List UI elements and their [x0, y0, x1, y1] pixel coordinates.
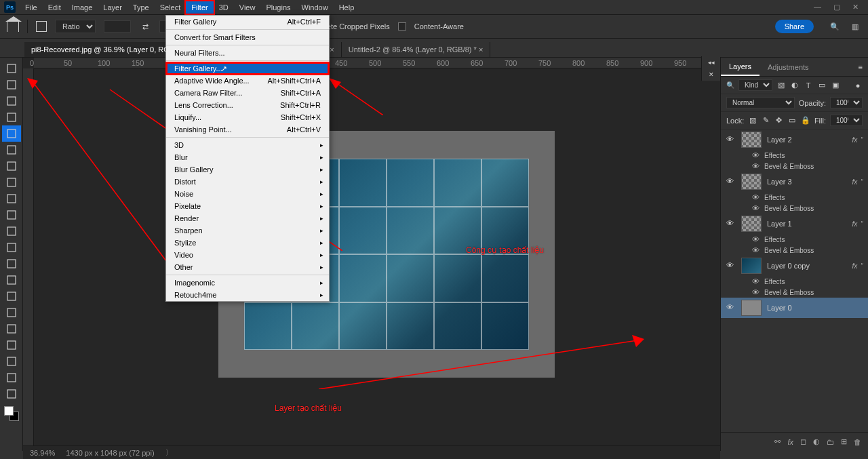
dodge-tool[interactable]	[2, 288, 21, 304]
filter-shape-icon[interactable]: ▭	[817, 81, 827, 90]
ratio-w-input[interactable]	[104, 20, 131, 33]
brush-tool[interactable]	[2, 191, 21, 207]
layer-row[interactable]: 👁Layer 1fx ˅	[721, 214, 868, 234]
layer-effect[interactable]: 👁Bevel & Emboss	[721, 161, 868, 172]
lasso-tool[interactable]	[2, 93, 21, 109]
filter-menu-item[interactable]: Distort	[166, 176, 329, 188]
layer-effect[interactable]: 👁Bevel & Emboss	[721, 287, 868, 298]
lock-position-icon[interactable]: ✥	[774, 116, 783, 125]
group-icon[interactable]: 🗀	[827, 438, 834, 446]
menu-3d[interactable]: 3D	[214, 1, 234, 14]
filter-menu-item[interactable]: Render	[166, 212, 329, 224]
color-swatch[interactable]	[4, 406, 19, 421]
history-tool[interactable]	[2, 223, 21, 239]
crop-tool[interactable]	[2, 125, 21, 142]
layer-effect[interactable]: 👁Bevel & Emboss	[721, 245, 868, 256]
crop-tool-icon[interactable]	[36, 21, 47, 32]
pen-tool[interactable]	[2, 304, 21, 321]
ratio-select[interactable]: Ratio	[55, 20, 96, 33]
filter-adjust-icon[interactable]: ◐	[790, 81, 800, 90]
filter-menu-item[interactable]: 3D	[166, 139, 329, 151]
menu-file[interactable]: File	[20, 1, 43, 14]
panel-menu-icon[interactable]: ≡	[859, 63, 868, 71]
layer-fx-icon[interactable]: fx	[787, 438, 793, 446]
layer-thumbnail[interactable]	[741, 174, 762, 190]
filter-menu-item[interactable]: Filter Gallery...↖	[166, 62, 329, 75]
tab-adjustments[interactable]: Adjustments	[760, 59, 817, 75]
filter-menu-item[interactable]: Sharpen	[166, 224, 329, 237]
tab-layers[interactable]: Layers	[721, 58, 760, 76]
fx-badge[interactable]: fx ˅	[852, 178, 863, 186]
close-icon[interactable]: ✕	[852, 3, 859, 12]
layer-row[interactable]: 👁Layer 0	[721, 298, 868, 318]
filter-menu-item[interactable]: Pixelate	[166, 200, 329, 212]
filter-menu-item[interactable]: Vanishing Point...Alt+Ctrl+V	[166, 123, 329, 136]
layer-thumbnail[interactable]	[741, 300, 762, 316]
frame-tool[interactable]	[2, 142, 21, 158]
visibility-icon[interactable]: 👁	[726, 177, 736, 186]
filter-menu-item[interactable]: Adaptive Wide Angle...Alt+Shift+Ctrl+A	[166, 75, 329, 87]
panel-collapse-icon[interactable]: ◂◂	[708, 59, 715, 66]
link-layers-icon[interactable]: ⚯	[774, 437, 781, 446]
new-layer-icon[interactable]: ⊞	[841, 437, 847, 446]
layer-effect[interactable]: 👁Effects	[721, 234, 868, 245]
filter-menu-item[interactable]: Stylize	[166, 237, 329, 249]
filter-menu-item[interactable]: Blur Gallery	[166, 163, 329, 176]
filter-menu-item[interactable]: Liquify...Shift+Ctrl+X	[166, 111, 329, 123]
layer-mask-icon[interactable]: ◻	[800, 437, 806, 446]
fx-badge[interactable]: fx ˅	[852, 136, 863, 144]
home-icon[interactable]	[7, 21, 19, 32]
filter-menu-item[interactable]: Lens Correction...Shift+Ctrl+R	[166, 99, 329, 111]
canvas[interactable]: 0501001502002503003504004505005506006507…	[23, 58, 720, 451]
menu-edit[interactable]: Edit	[43, 1, 66, 14]
menu-window[interactable]: Window	[296, 1, 334, 14]
eraser-tool[interactable]	[2, 239, 21, 256]
layer-effect[interactable]: 👁Bevel & Emboss	[721, 203, 868, 214]
visibility-icon[interactable]: 👁	[726, 219, 736, 228]
heal-tool[interactable]	[2, 174, 21, 191]
layer-thumbnail[interactable]	[741, 258, 762, 274]
menu-select[interactable]: Select	[155, 1, 186, 14]
workspace-icon[interactable]: ▥	[849, 20, 861, 33]
filter-menu-item[interactable]: Retouch4me	[166, 289, 329, 301]
document-tab[interactable]: Untitled-2 @ 86.4% (Layer 0, RGB/8) * ×	[342, 42, 491, 57]
fill-select[interactable]: 100%	[830, 115, 863, 126]
maximize-icon[interactable]: ▢	[833, 3, 840, 12]
path-tool[interactable]	[2, 337, 21, 353]
fx-badge[interactable]: fx ˅	[852, 220, 863, 228]
fx-badge[interactable]: fx ˅	[852, 262, 863, 270]
layer-thumbnail[interactable]	[741, 216, 762, 232]
stamp-tool[interactable]	[2, 207, 21, 223]
visibility-icon[interactable]: 👁	[726, 261, 736, 271]
filter-menu-item[interactable]: Noise	[166, 188, 329, 200]
minimize-icon[interactable]: —	[814, 3, 821, 12]
visibility-icon[interactable]: 👁	[726, 135, 736, 144]
filter-menu-item[interactable]: Imagenomic	[166, 277, 329, 289]
kind-filter[interactable]: Kind	[738, 79, 772, 91]
menu-filter[interactable]: Filter	[186, 1, 213, 14]
filter-menu-item[interactable]: Convert for Smart Filters	[166, 31, 329, 43]
zoom-level[interactable]: 36.94%	[30, 449, 55, 457]
lock-all-icon[interactable]: 🔒	[801, 116, 810, 125]
eyedrop-tool[interactable]	[2, 158, 21, 174]
layer-effect[interactable]: 👁Effects	[721, 150, 868, 161]
lock-transparent-icon[interactable]: ▨	[748, 116, 757, 125]
move-tool[interactable]	[2, 60, 21, 77]
filter-menu-item[interactable]: Blur	[166, 151, 329, 163]
layer-effect[interactable]: 👁Effects	[721, 192, 868, 203]
share-button[interactable]: Share	[775, 20, 814, 33]
filter-toggle-icon[interactable]: ●	[853, 81, 863, 90]
layer-effect[interactable]: 👁Effects	[721, 276, 868, 287]
search-icon[interactable]: 🔍	[829, 20, 841, 33]
menu-image[interactable]: Image	[66, 1, 98, 14]
gradient-tool[interactable]	[2, 256, 21, 272]
filter-type-icon[interactable]: T	[804, 81, 813, 90]
adjustment-layer-icon[interactable]: ◐	[813, 437, 820, 446]
menu-plugins[interactable]: Plugins	[260, 1, 296, 14]
filter-pixel-icon[interactable]: ▧	[776, 81, 786, 90]
layer-row[interactable]: 👁Layer 3fx ˅	[721, 172, 868, 192]
shape-tool[interactable]	[2, 353, 21, 370]
menu-type[interactable]: Type	[127, 1, 155, 14]
wand-tool[interactable]	[2, 109, 21, 125]
menu-help[interactable]: Help	[334, 1, 360, 14]
